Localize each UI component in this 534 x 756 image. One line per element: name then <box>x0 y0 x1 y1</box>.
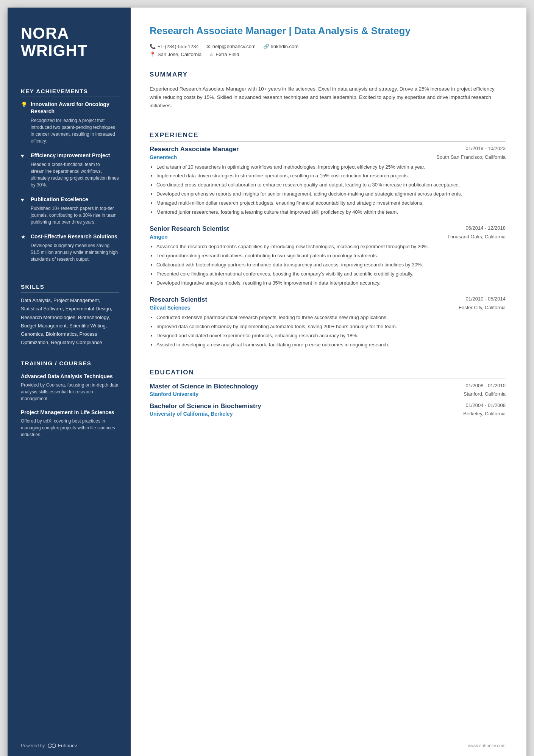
contact-location: 📍 San Jose, California <box>150 52 201 57</box>
exp-job-title: Research Associate Manager <box>150 146 239 153</box>
location-value: San Jose, California <box>158 52 201 57</box>
exp-header: Research Associate Manager 01/2019 - 10/… <box>150 146 506 153</box>
exp-bullet: Coordinated cross-departmental collabora… <box>156 181 506 189</box>
exp-bullet: Led a team of 10 researchers in optimizi… <box>156 163 506 171</box>
star-icon: ☆ <box>209 52 214 57</box>
contact-linkedin: 🔗 linkedin.com <box>263 44 298 49</box>
experience-item: Senior Research Scientist 06/2014 - 12/2… <box>150 225 506 287</box>
edu-date: 01/2004 - 01/2008 <box>465 402 506 408</box>
exp-location: Thousand Oaks, California <box>447 234 506 240</box>
exp-bullet: Presented core findings at international… <box>156 270 506 278</box>
experience-item: Research Scientist 01/2010 - 05/2014 Gil… <box>150 296 506 349</box>
footer-url: www.enhancv.com <box>468 743 506 748</box>
achievement-item: ★ Cost-Effective Research Solutions Deve… <box>21 233 119 263</box>
achievements-section-title: KEY ACHIEVEMENTS <box>21 88 119 97</box>
main-content: Research Associate Manager | Data Analys… <box>131 8 526 756</box>
summary-text: Experienced Research Associate Manager w… <box>150 85 506 110</box>
edu-location: Stanford, California <box>464 391 506 397</box>
achievement-header: ★ Cost-Effective Research Solutions <box>21 233 119 240</box>
exp-date: 01/2019 - 10/2023 <box>465 146 506 151</box>
achievement-item: 💡 Innovation Award for Oncology Research… <box>21 101 119 144</box>
contact-row-2: 📍 San Jose, California ☆ Extra Field <box>150 52 506 57</box>
experience-title: EXPERIENCE <box>150 131 506 142</box>
exp-bullet: Advanced the research department's capab… <box>156 243 506 251</box>
education-section: EDUCATION Master of Science in Biotechno… <box>150 369 506 422</box>
summary-section: SUMMARY Experienced Research Associate M… <box>150 71 506 121</box>
exp-date: 01/2010 - 05/2014 <box>465 296 506 302</box>
training-item: Project Management in Life Sciences Offe… <box>21 409 119 438</box>
training-list: Advanced Data Analysis Techniques Provid… <box>21 373 119 445</box>
education-item: Bachelor of Science in Biochemistry 01/2… <box>150 402 506 417</box>
job-title: Research Associate Manager | Data Analys… <box>150 25 506 38</box>
sidebar-footer: Powered by Enhancv <box>21 731 119 748</box>
exp-job-title: Senior Research Scientist <box>150 225 229 233</box>
achievement-icon: ♥ <box>21 197 27 203</box>
contact-extra: ☆ Extra Field <box>209 52 239 57</box>
achievement-title: Cost-Effective Research Solutions <box>31 233 117 240</box>
main-header: Research Associate Manager | Data Analys… <box>150 25 506 59</box>
edu-header: Bachelor of Science in Biochemistry 01/2… <box>150 402 506 410</box>
exp-bullet: Managed multi-million dollar research pr… <box>156 199 506 207</box>
contact-phone: 📞 +1-(234)-555-1234 <box>150 44 199 49</box>
exp-bullet: Implemented data-driven strategies to st… <box>156 172 506 180</box>
achievement-icon: 💡 <box>21 102 27 108</box>
email-value: help@enhancv.com <box>212 44 256 49</box>
enhancv-logo-icon <box>48 743 56 748</box>
achievement-desc: Developed budgetary measures saving $1.5… <box>21 242 119 263</box>
edu-header: Master of Science in Biotechnology 01/20… <box>150 383 506 390</box>
achievement-desc: Published 10+ research papers in top-tie… <box>21 205 119 225</box>
extra-value: Extra Field <box>215 52 239 57</box>
exp-header: Senior Research Scientist 06/2014 - 12/2… <box>150 225 506 233</box>
edu-school: Stanford University <box>150 391 198 397</box>
location-icon: 📍 <box>150 52 156 57</box>
skills-section-title: SKILLS <box>21 283 119 293</box>
edu-school: University of California, Berkeley <box>150 411 233 417</box>
linkedin-value: linkedin.com <box>271 44 298 49</box>
education-item: Master of Science in Biotechnology 01/20… <box>150 383 506 397</box>
exp-company: Gilead Sciences <box>150 305 190 311</box>
exp-company-row: Gilead Sciences Foster City, California <box>150 305 506 311</box>
phone-icon: 📞 <box>150 44 156 49</box>
exp-company-row: Genentech South San Francisco, Californi… <box>150 154 506 160</box>
training-section-title: TRAINING / COURSES <box>21 360 119 369</box>
exp-bullets: Led a team of 10 researchers in optimizi… <box>150 163 506 216</box>
exp-bullet: Led groundbreaking research initiatives,… <box>156 252 506 260</box>
exp-location: South San Francisco, California <box>436 154 506 160</box>
achievement-desc: Recognized for leading a project that in… <box>21 117 119 144</box>
main-footer: www.enhancv.com <box>150 736 506 748</box>
exp-bullet: Collaborated with biotechnology partners… <box>156 261 506 269</box>
exp-bullet: Designed and validated novel experimenta… <box>156 332 506 340</box>
email-icon: ✉ <box>206 44 211 49</box>
achievement-icon: ♥ <box>21 153 27 159</box>
edu-degree: Bachelor of Science in Biochemistry <box>150 402 261 410</box>
exp-bullet: Conducted extensive pharmaceutical resea… <box>156 314 506 322</box>
linkedin-icon: 🔗 <box>263 44 269 49</box>
training-desc: Provided by Coursera, focusing on in-dep… <box>21 382 119 402</box>
resume-wrapper: NORA WRIGHT KEY ACHIEVEMENTS 💡 Innovatio… <box>8 8 526 756</box>
training-title: Project Management in Life Sciences <box>21 409 119 416</box>
achievement-header: ♥ Efficiency Improvement Project <box>21 152 119 159</box>
contact-row: 📞 +1-(234)-555-1234 ✉ help@enhancv.com 🔗… <box>150 44 506 49</box>
sidebar: NORA WRIGHT KEY ACHIEVEMENTS 💡 Innovatio… <box>8 8 131 756</box>
achievement-header: 💡 Innovation Award for Oncology Research <box>21 101 119 114</box>
exp-bullet: Developed comprehensive reports and insi… <box>156 190 506 198</box>
education-title: EDUCATION <box>150 369 506 379</box>
achievement-item: ♥ Publication Excellence Published 10+ r… <box>21 196 119 225</box>
exp-date: 06/2014 - 12/2018 <box>465 225 506 231</box>
achievement-icon: ★ <box>21 234 27 240</box>
achievement-desc: Headed a cross-functional team to stream… <box>21 161 119 188</box>
achievement-title: Innovation Award for Oncology Research <box>31 101 119 114</box>
skills-text: Data Analysis, Project Management, Stati… <box>21 296 119 347</box>
enhancv-brand-name: Enhancv <box>58 743 77 748</box>
edu-school-row: University of California, Berkeley Berke… <box>150 411 506 417</box>
exp-job-title: Research Scientist <box>150 296 207 304</box>
training-desc: Offered by edX, covering best practices … <box>21 418 119 438</box>
phone-value: +1-(234)-555-1234 <box>158 44 199 49</box>
exp-bullets: Advanced the research department's capab… <box>150 243 506 287</box>
training-title: Advanced Data Analysis Techniques <box>21 373 119 380</box>
exp-company-row: Amgen Thousand Oaks, California <box>150 234 506 240</box>
powered-by-label: Powered by <box>21 743 45 748</box>
achievement-title: Publication Excellence <box>31 196 88 203</box>
exp-bullets: Conducted extensive pharmaceutical resea… <box>150 314 506 349</box>
exp-location: Foster City, California <box>459 305 506 311</box>
